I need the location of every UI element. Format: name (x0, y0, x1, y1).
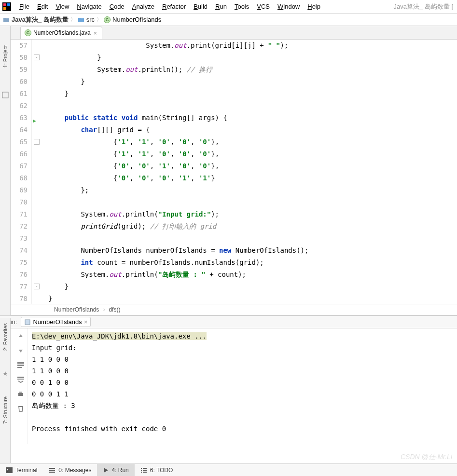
svg-rect-4 (2, 92, 8, 98)
fold-column: ▶--- (32, 40, 45, 304)
crumb-class[interactable]: NumberOfIslands (54, 306, 99, 313)
menu-analyze[interactable]: Analyze (128, 1, 158, 12)
print-button[interactable] (16, 389, 26, 399)
app-logo-icon (2, 2, 12, 12)
run-config-name: NumberOfIslands (33, 318, 82, 326)
code-crumbs: NumberOfIslands › dfs() (11, 304, 457, 315)
crumb-method[interactable]: dfs() (109, 306, 120, 313)
menu-build[interactable]: Build (190, 1, 211, 12)
trash-button[interactable] (16, 404, 26, 413)
line-gutter: 5758596061626364656667686970717273747576… (11, 40, 32, 304)
class-icon: C (25, 29, 31, 36)
menu-vcs[interactable]: VCS (253, 1, 274, 12)
run-tab[interactable]: 4: Run (97, 464, 134, 476)
soft-wrap-button[interactable] (16, 360, 26, 370)
menu-window[interactable]: Window (274, 1, 304, 12)
svg-rect-2 (3, 7, 6, 10)
breadcrumb-sep: 〉 (97, 16, 102, 23)
list-icon (49, 467, 55, 473)
run-config-tab[interactable]: NumberOfIslands × (21, 317, 91, 327)
todo-icon (140, 467, 147, 473)
fold-marker[interactable]: - (34, 139, 40, 145)
tab-filename: NumberOfIslands.java (33, 29, 91, 36)
up-button[interactable] (16, 331, 26, 341)
svg-rect-13 (19, 392, 22, 393)
tool-icon[interactable] (2, 92, 9, 98)
editor-tab[interactable]: C NumberOfIslands.java × (20, 27, 102, 39)
menu-bar: FileEditViewNavigateCodeAnalyzeRefactorB… (0, 0, 457, 14)
terminal-icon (6, 467, 13, 473)
fold-marker[interactable]: - (34, 54, 40, 60)
favorites-tool-button[interactable]: 2: Favorites (2, 323, 8, 351)
fold-marker[interactable]: - (34, 284, 40, 289)
class-icon: C (104, 16, 111, 23)
menu-refactor[interactable]: Refactor (158, 1, 190, 12)
code-editor[interactable]: 5758596061626364656667686970717273747576… (11, 40, 457, 304)
menu-navigate[interactable]: Navigate (73, 1, 105, 12)
menu-help[interactable]: Help (304, 1, 324, 12)
breadcrumb-sep: 〉 (70, 16, 76, 23)
menu-file[interactable]: File (15, 1, 33, 12)
console-output[interactable]: E:\dev_env\Java_JDK\jdk1.8\bin\java.exe … (28, 328, 457, 444)
svg-rect-3 (7, 3, 10, 6)
breadcrumb-project[interactable]: Java算法_ 岛屿数量 (12, 15, 69, 24)
svg-rect-9 (17, 362, 24, 364)
menu-edit[interactable]: Edit (33, 1, 52, 12)
svg-rect-14 (6, 467, 13, 473)
tab-close-icon[interactable]: × (93, 29, 98, 37)
run-gutter-icon[interactable]: ▶ (33, 115, 36, 127)
project-folder-icon (3, 16, 10, 23)
svg-rect-12 (18, 393, 23, 396)
breadcrumb-class[interactable]: NumberOfIslands (112, 16, 161, 23)
left-tool-strip: 1: Project (0, 26, 11, 315)
window-title: Java算法_ 岛屿数量 [ (393, 2, 455, 11)
run-tab-close-icon[interactable]: × (84, 318, 88, 326)
left-tool-strip-lower: 2: Favorites ★ 7: Structure (0, 318, 11, 463)
code-area[interactable]: System.out.print(grid[i][j] + " "); } Sy… (45, 40, 457, 304)
run-config-icon (24, 319, 31, 326)
messages-tab[interactable]: 0: Messages (43, 464, 97, 476)
project-tool-button[interactable]: 1: Project (2, 45, 8, 68)
structure-tool-button[interactable]: 7: Structure (2, 396, 8, 424)
watermark: CSDN @佳-Mr.Li (401, 453, 452, 462)
down-button[interactable] (16, 346, 26, 355)
run-panel: Run: NumberOfIslands × E:\dev_env\Java_J… (0, 315, 457, 444)
svg-rect-10 (17, 365, 24, 366)
menu-run[interactable]: Run (211, 1, 231, 12)
scroll-to-end-button[interactable] (16, 375, 26, 384)
svg-rect-5 (25, 320, 30, 325)
svg-rect-11 (17, 377, 24, 378)
todo-tab[interactable]: 6: TODO (135, 464, 179, 476)
menu-code[interactable]: Code (106, 1, 128, 12)
src-folder-icon (78, 16, 84, 23)
menu-view[interactable]: View (52, 1, 73, 12)
svg-rect-1 (3, 3, 6, 6)
play-icon (103, 467, 109, 473)
terminal-tab[interactable]: Terminal (0, 464, 43, 476)
bottom-toolbar: Terminal 0: Messages 4: Run 6: TODO (0, 463, 457, 476)
star-icon: ★ (2, 370, 8, 377)
breadcrumb-src[interactable]: src (86, 16, 95, 23)
menu-tools[interactable]: Tools (231, 1, 253, 12)
editor-tabbar: C NumberOfIslands.java × (11, 26, 457, 40)
breadcrumb: Java算法_ 岛屿数量 〉 src 〉 C NumberOfIslands (0, 14, 457, 26)
